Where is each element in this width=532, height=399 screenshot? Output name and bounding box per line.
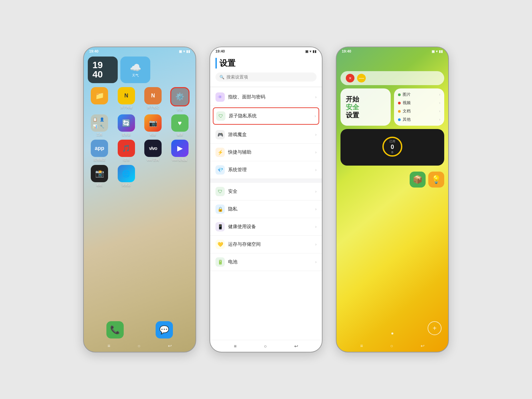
app-icon-health: ♥	[171, 114, 189, 132]
app-label-photos: 相册	[150, 133, 156, 137]
arrow-security: ›	[315, 189, 317, 194]
status-bar-settings: 19:40 ▣ ▾ ▮▮	[210, 47, 322, 55]
app-item-browser[interactable]: 🌐 浏览器	[115, 165, 138, 188]
section-gap	[210, 179, 322, 183]
app-icon-cube[interactable]: 📦	[410, 172, 426, 188]
app-label-transform: 变形器	[122, 133, 131, 137]
status-icons-home: ▣ ▾ ▮▮	[179, 50, 190, 53]
dot-photos	[398, 93, 401, 96]
app-item-files[interactable]: 📁	[88, 87, 111, 112]
app-item-vivo[interactable]: vivo vivo 官网	[141, 140, 165, 162]
settings-label-health2: 健康使用设备	[228, 224, 315, 230]
weather-widget[interactable]: ☁️ 天气	[120, 57, 150, 83]
app-label-health: 健康	[177, 133, 183, 137]
app-icon-vivo: vivo	[144, 140, 162, 157]
arrow-video: ›	[439, 101, 440, 105]
settings-icon-health2: 📱	[215, 222, 225, 231]
search-bar[interactable]: 🔍	[215, 72, 317, 81]
page-indicator	[391, 332, 393, 334]
minus-button[interactable]: —	[357, 74, 366, 82]
status-bar-widgets: 19:40 ▣ ▾ ▮▮	[336, 47, 448, 55]
settings-icon-battery: 🔋	[215, 257, 225, 267]
search-input[interactable]	[226, 74, 313, 79]
settings-list-2: 🛡 安全 › 🔒 隐私 › 📱 健康使用设备 › 💛 运存与存储空间 ›	[210, 183, 322, 271]
phone-widgets: 19:40 ▣ ▾ ▮▮ × — 开始 安全 设置	[336, 47, 449, 352]
arrow-system: ›	[315, 168, 317, 172]
app-item-appstore[interactable]: app 应用商店	[88, 140, 111, 162]
settings-item-shortcut[interactable]: ⚡ 快捷与辅助 ›	[210, 144, 322, 161]
dot-other	[398, 118, 401, 121]
settings-item-health2[interactable]: 📱 健康使用设备 ›	[210, 218, 322, 236]
nav-menu-home[interactable]: ≡	[107, 343, 110, 348]
settings-item-fingerprint[interactable]: 👁 指纹、面部与密码 ›	[210, 88, 322, 106]
app-item-camera[interactable]: 📸 相机	[88, 165, 111, 188]
app-item-folder[interactable]: 📋👤 📊🔧 工具	[88, 114, 111, 137]
home-screen: 19 40 ☁️ 天气 📁 N 原子阅读	[84, 55, 196, 192]
app-item-photos[interactable]: 📷 相册	[141, 114, 165, 137]
storage-circle: 已用 0 B	[382, 137, 402, 157]
nav-menu-widgets[interactable]: ≡	[360, 343, 363, 348]
app-item-health[interactable]: ♥ 健康	[168, 114, 192, 137]
settings-item-storage[interactable]: 💛 运存与存储空间 ›	[210, 236, 322, 253]
status-bar-home: 19:40 ▣ ▾ ▮▮	[84, 47, 196, 55]
widget-storage[interactable]: 已用 0 B	[340, 129, 444, 166]
add-widget-button[interactable]: +	[428, 321, 442, 335]
app-label-appstore: 应用商店	[93, 158, 105, 162]
app-icon-settings: ⚙️	[170, 87, 190, 106]
app-item-notesapp[interactable]: N 原子笔记	[141, 87, 165, 112]
dock-chat[interactable]: 💬	[156, 321, 173, 338]
home-dock: 📞 💬	[84, 321, 196, 338]
media-item-docs: 文档 ›	[398, 108, 440, 114]
status-time-home: 19:40	[89, 49, 98, 53]
nav-bar-home: ≡ ○ ↩	[84, 340, 196, 352]
close-button[interactable]: ×	[346, 74, 354, 82]
settings-item-privacymenu[interactable]: 🔒 隐私 ›	[210, 200, 322, 218]
settings-icon-privacy-system: 🛡	[216, 111, 225, 121]
widget-media[interactable]: 图片 › 视频 › 文档 › 其他	[394, 88, 444, 126]
media-item-photos: 图片 ›	[398, 92, 440, 97]
nav-back-home[interactable]: ↩	[168, 343, 172, 348]
close-bar: × —	[340, 71, 444, 85]
app-icon-folder: 📋👤 📊🔧	[91, 114, 108, 132]
settings-label-fingerprint: 指纹、面部与密码	[228, 94, 315, 100]
app-item-settings[interactable]: ⚙️ 设置	[168, 87, 192, 112]
clock-box: 19 40	[88, 57, 118, 83]
app-label-browser: 浏览器	[122, 183, 131, 188]
app-item-transform[interactable]: 🔄 变形器	[115, 114, 138, 137]
media-item-video: 视频 ›	[398, 100, 440, 106]
app-icon-browser: 🌐	[118, 165, 135, 182]
weather-label: 天气	[132, 73, 139, 78]
widget-start[interactable]: 开始 安全 设置	[340, 88, 391, 126]
search-icon: 🔍	[219, 75, 224, 79]
app-icon-files: 📁	[91, 87, 108, 104]
nav-back-widgets[interactable]: ↩	[421, 343, 425, 348]
app-icon-music: 🎵	[118, 140, 135, 157]
app-item-notes[interactable]: N 原子阅读	[115, 87, 138, 112]
nav-home-widgets[interactable]: ○	[390, 343, 393, 348]
phone-home: 19:40 ▣ ▾ ▮▮ 19 40 ☁️ 天气 📁	[83, 47, 196, 352]
app-item-vivovideo[interactable]: ▶ vivo 短视频	[168, 140, 192, 162]
settings-item-battery[interactable]: 🔋 电池 ›	[210, 253, 322, 271]
divider-top	[210, 87, 322, 87]
arrow-health2: ›	[315, 224, 317, 229]
arrow-shortcut: ›	[315, 150, 317, 155]
nav-home-settings[interactable]: ○	[264, 343, 267, 349]
dock-phone[interactable]: 📞	[106, 321, 124, 338]
arrow-gamepad: ›	[315, 132, 317, 137]
settings-item-security[interactable]: 🛡 安全 ›	[210, 183, 322, 200]
arrow-battery: ›	[315, 260, 317, 264]
media-label-video: 视频	[403, 100, 411, 106]
settings-item-privacy-system[interactable]: 🛡 原子隐私系统 ›	[213, 107, 319, 125]
widget-start-title: 开始 安全 设置	[346, 95, 385, 119]
nav-menu-settings[interactable]: ≡	[234, 343, 236, 349]
settings-item-gamepad[interactable]: 🎮 游戏魔盒 ›	[210, 126, 322, 144]
nav-back-settings[interactable]: ↩	[294, 343, 298, 349]
nav-home-home[interactable]: ○	[138, 343, 140, 348]
settings-item-system[interactable]: 💎 系统管理 ›	[210, 161, 322, 179]
app-icon-vivovideo: ▶	[171, 140, 189, 157]
status-icons-widgets: ▣ ▾ ▮▮	[432, 50, 443, 53]
app-icon-camera: 📸	[91, 165, 108, 182]
app-item-music[interactable]: 🎵 i音乐	[115, 140, 138, 162]
app-icon-bulb[interactable]: 💡	[428, 172, 444, 188]
settings-icon-fingerprint: 👁	[215, 92, 225, 102]
